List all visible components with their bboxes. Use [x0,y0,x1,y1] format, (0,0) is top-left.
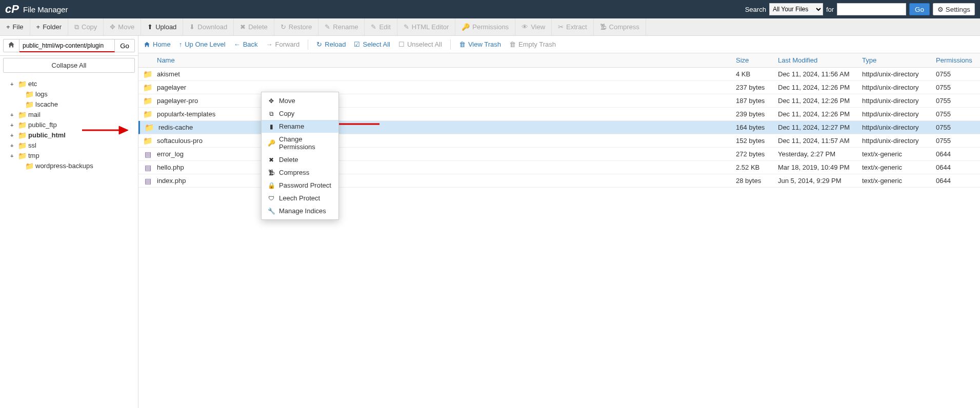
tree-node-lscache[interactable]: 📁lscache [10,99,134,110]
folder-icon: 📁 [25,90,34,99]
tree-toggle-icon[interactable]: + [10,151,16,160]
home-link[interactable]: Home [144,40,171,48]
toolbar-permissions[interactable]: 🔑Permissions [455,18,515,35]
cell-permissions: 0644 [936,150,980,158]
search-go-button[interactable]: Go [909,3,930,15]
toolbar-delete[interactable]: ✖Delete [234,18,274,35]
toolbar-icon: ✂ [558,23,564,31]
cell-type: httpd/unix-directory [862,70,936,78]
collapse-all-button[interactable]: Collapse All [3,58,135,73]
path-go-button[interactable]: Go [115,39,135,52]
cell-type: httpd/unix-directory [862,84,936,91]
cell-modified: Dec 11, 2024, 12:26 PM [778,84,862,91]
cell-type: text/x-generic [862,177,936,185]
tree-node-public_html[interactable]: +📁public_html [10,130,134,140]
context-rename[interactable]: ▮Rename [262,120,338,133]
cell-modified: Dec 11, 2024, 12:27 PM [778,124,862,131]
cell-permissions: 0644 [936,164,980,171]
toolbar-icon: ✥ [110,23,115,31]
toolbar-download[interactable]: ⬇Download [183,18,234,35]
cell-permissions: 0755 [936,110,980,118]
cell-name: softaculous-pro [157,137,736,145]
cell-modified: Dec 11, 2024, 11:56 AM [778,70,862,78]
toolbar-extract[interactable]: ✂Extract [552,18,593,35]
context-icon: 🔒 [268,182,275,189]
empty-trash-link[interactable]: 🗑Empty Trash [509,40,556,48]
toolbar-folder[interactable]: +Folder [30,18,68,35]
back-link[interactable]: ←Back [234,40,258,48]
context-leech-protect[interactable]: 🛡Leech Protect [262,192,338,205]
column-name[interactable]: Name [138,56,736,64]
toolbar-rename[interactable]: ✎Rename [318,18,365,35]
home-icon-button[interactable] [3,39,19,52]
tree-toggle-icon[interactable]: + [10,79,16,89]
cell-name: error_log [157,150,736,158]
context-move[interactable]: ✥Move [262,94,338,107]
context-change-permissions[interactable]: 🔑Change Permissions [262,133,338,153]
context-icon: 🔑 [268,139,275,147]
toolbar-icon: 🗜 [600,23,607,31]
tree-node-mail[interactable]: +📁mail [10,110,134,120]
up-arrow-icon: ↑ [179,40,183,48]
column-size[interactable]: Size [736,56,778,64]
tree-toggle-icon[interactable]: + [10,141,16,150]
tree-toggle-icon[interactable]: + [10,120,16,130]
cell-type: httpd/unix-directory [862,137,936,145]
toolbar-copy[interactable]: ⧉Copy [68,18,104,35]
reload-link[interactable]: ↻Reload [316,40,346,48]
view-trash-link[interactable]: 🗑View Trash [459,40,501,48]
toolbar-move[interactable]: ✥Move [104,18,141,35]
cell-type: httpd/unix-directory [862,110,936,118]
column-modified[interactable]: Last Modified [778,56,862,64]
folder-icon: 📁 [18,110,27,119]
tree-node-logs[interactable]: 📁logs [10,89,134,99]
toolbar-restore[interactable]: ↻Restore [274,18,319,35]
search-scope-select[interactable]: All Your Files [769,3,823,15]
column-type[interactable]: Type [862,56,936,64]
folder-icon: 📁 [18,141,27,150]
tree-node-etc[interactable]: +📁etc [10,79,134,89]
toolbar-icon: ✖ [240,23,246,31]
tree-node-ssl[interactable]: +📁ssl [10,140,134,151]
toolbar-edit[interactable]: ✎Edit [365,18,397,35]
toolbar-compress[interactable]: 🗜Compress [594,18,646,35]
settings-button[interactable]: ⚙Settings [933,3,975,15]
tree-toggle-icon[interactable]: + [10,110,16,119]
tree-node-tmp[interactable]: +📁tmp [10,151,134,161]
folder-icon: 📁 [143,110,153,118]
toolbar-icon: ⬇ [189,23,195,31]
cell-size: 187 bytes [736,97,778,105]
search-input[interactable] [837,3,906,15]
toolbar-icon: ✎ [404,23,409,31]
reload-icon: ↻ [316,40,322,48]
context-delete[interactable]: ✖Delete [262,153,338,166]
tree-node-wordpress-backups[interactable]: 📁wordpress-backups [10,161,134,171]
tree-node-public_ftp[interactable]: +📁public_ftp [10,120,134,130]
file-listing: Home ↑Up One Level ←Back →Forward ↻Reloa… [138,36,980,408]
file-icon: ▤ [145,164,151,172]
cell-name: index.php [157,177,736,185]
column-permissions[interactable]: Permissions [936,56,980,64]
context-copy[interactable]: ⧉Copy [262,107,338,120]
context-compress[interactable]: 🗜Compress [262,166,338,179]
cell-size: 152 bytes [736,137,778,145]
forward-link[interactable]: →Forward [266,40,300,48]
cell-size: 272 bytes [736,150,778,158]
path-input[interactable] [19,39,115,52]
toolbar-icon: + [6,23,10,31]
toolbar-file[interactable]: +File [0,18,30,35]
toolbar-upload[interactable]: ⬆Upload [141,18,183,35]
folder-icon: 📁 [18,120,27,130]
unselect-all-link[interactable]: ☐Unselect All [398,40,442,48]
context-password-protect[interactable]: 🔒Password Protect [262,179,338,192]
context-manage-indices[interactable]: 🔧Manage Indices [262,205,338,217]
divider [450,39,451,50]
table-row[interactable]: 📁akismet4 KBDec 11, 2024, 11:56 AMhttpd/… [138,68,980,81]
select-all-link[interactable]: ☑Select All [354,40,390,48]
up-one-level-link[interactable]: ↑Up One Level [179,40,226,48]
cell-modified: Mar 18, 2019, 10:49 PM [778,164,862,171]
cell-name: popularfx-templates [157,110,736,118]
tree-toggle-icon[interactable]: + [10,131,16,140]
toolbar-view[interactable]: 👁View [515,18,552,35]
toolbar-html-editor[interactable]: ✎HTML Editor [397,18,455,35]
